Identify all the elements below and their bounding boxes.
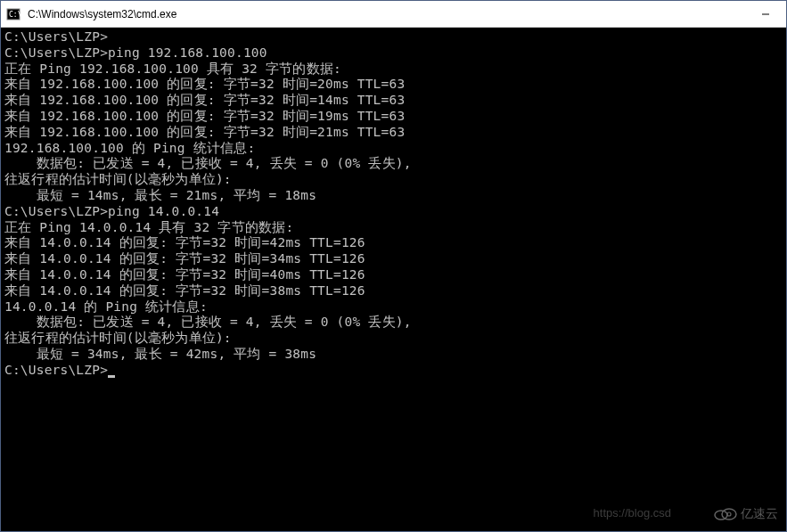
watermark-brand: 亿速云	[712, 504, 778, 523]
terminal-line: 来自 192.168.100.100 的回复: 字节=32 时间=20ms TT…	[4, 77, 783, 93]
terminal-line: 往返行程的估计时间(以毫秒为单位):	[4, 331, 783, 347]
terminal-line: C:\Users\LZP>ping 192.168.100.100	[4, 45, 783, 61]
svg-point-4	[722, 509, 736, 520]
terminal-line: 最短 = 14ms, 最长 = 21ms, 平均 = 18ms	[4, 188, 783, 204]
terminal-line: C:\Users\LZP>ping 14.0.0.14	[4, 204, 783, 220]
svg-point-5	[727, 512, 731, 516]
terminal-line: 往返行程的估计时间(以毫秒为单位):	[4, 172, 783, 188]
terminal-line: 来自 14.0.0.14 的回复: 字节=32 时间=42ms TTL=126	[4, 235, 783, 251]
terminal-line: 正在 Ping 192.168.100.100 具有 32 字节的数据:	[4, 61, 783, 78]
svg-text:C:\: C:\	[9, 11, 20, 19]
window-title: C:\Windows\system32\cmd.exe	[26, 8, 745, 20]
terminal-line: 数据包: 已发送 = 4, 已接收 = 4, 丢失 = 0 (0% 丢失),	[4, 156, 783, 172]
terminal-line: 192.168.100.100 的 Ping 统计信息:	[4, 141, 783, 157]
cmd-icon: C:\	[6, 7, 20, 21]
terminal-line: 正在 Ping 14.0.0.14 具有 32 字节的数据:	[4, 220, 783, 236]
terminal-line: 14.0.0.14 的 Ping 统计信息:	[4, 299, 783, 315]
titlebar[interactable]: C:\ C:\Windows\system32\cmd.exe	[1, 1, 786, 28]
terminal-output[interactable]: C:\Users\LZP>C:\Users\LZP>ping 192.168.1…	[1, 28, 786, 531]
watermark-url: https://blog.csd	[594, 506, 671, 520]
minimize-button[interactable]	[745, 1, 786, 27]
cmd-window: C:\ C:\Windows\system32\cmd.exe C:\Users…	[0, 0, 787, 532]
terminal-line: 来自 14.0.0.14 的回复: 字节=32 时间=34ms TTL=126	[4, 251, 783, 267]
terminal-line: C:\Users\LZP>	[4, 29, 783, 45]
terminal-line: 来自 14.0.0.14 的回复: 字节=32 时间=38ms TTL=126	[4, 283, 783, 299]
cloud-icon	[712, 504, 737, 523]
terminal-line: 来自 192.168.100.100 的回复: 字节=32 时间=21ms TT…	[4, 125, 783, 141]
watermark-text: 亿速云	[741, 506, 778, 522]
terminal-line: C:\Users\LZP>	[4, 363, 783, 379]
terminal-line: 来自 14.0.0.14 的回复: 字节=32 时间=40ms TTL=126	[4, 267, 783, 283]
terminal-line: 来自 192.168.100.100 的回复: 字节=32 时间=19ms TT…	[4, 109, 783, 125]
terminal-line: 最短 = 34ms, 最长 = 42ms, 平均 = 38ms	[4, 347, 783, 363]
cursor	[108, 375, 115, 378]
terminal-line: 数据包: 已发送 = 4, 已接收 = 4, 丢失 = 0 (0% 丢失),	[4, 315, 783, 331]
window-controls	[745, 1, 786, 27]
terminal-line: 来自 192.168.100.100 的回复: 字节=32 时间=14ms TT…	[4, 93, 783, 109]
